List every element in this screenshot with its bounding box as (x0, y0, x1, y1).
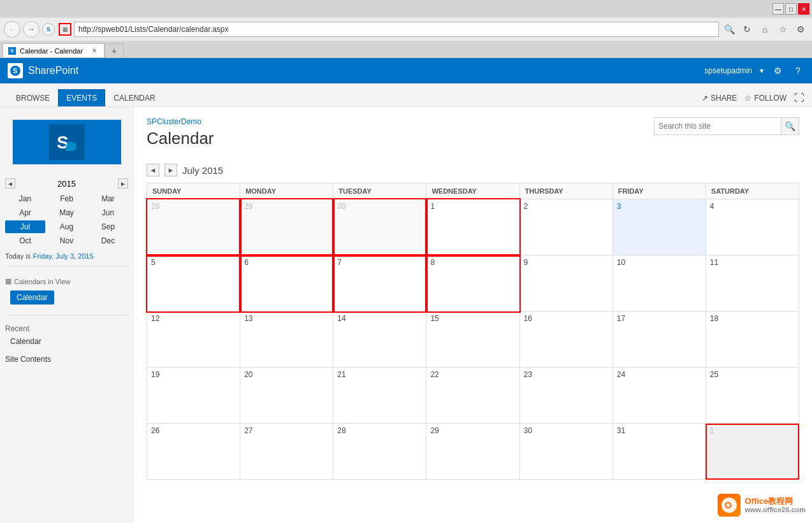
day-jul17[interactable]: 17 (613, 312, 706, 368)
month-mar[interactable]: Mar (88, 192, 128, 205)
day-jul9[interactable]: 9 (519, 255, 613, 312)
day-jul12[interactable]: 12 (147, 312, 240, 368)
mini-cal-next[interactable]: ► (118, 178, 128, 189)
day-jul20[interactable]: 20 (240, 368, 333, 424)
follow-btn[interactable]: ☆ FOLLOW (744, 94, 787, 103)
tab-close-btn[interactable]: ✕ (90, 47, 99, 55)
day-jul18[interactable]: 18 (706, 312, 799, 368)
month-sep[interactable]: Sep (88, 220, 128, 233)
day-num-jul19: 19 (151, 370, 236, 379)
day-num-jul29: 29 (430, 426, 515, 435)
day-jul28[interactable]: 28 (333, 424, 426, 480)
day-num-jul4: 4 (710, 202, 795, 211)
week-row-2: 5 6 7 8 9 10 11 (147, 255, 799, 312)
site-contents-link[interactable]: Site Contents (0, 352, 133, 366)
maximize-btn[interactable]: □ (785, 3, 797, 15)
search-btn[interactable]: 🔍 (781, 117, 799, 135)
calendars-label: Calendars in View (14, 278, 70, 285)
refresh-btn[interactable]: ↻ (739, 22, 755, 37)
day-jul22[interactable]: 22 (426, 368, 519, 424)
month-jan[interactable]: Jan (5, 192, 45, 205)
today-text: Today is Friday, July 3, 2015 (0, 250, 133, 262)
mini-cal-prev[interactable]: ◄ (5, 178, 15, 189)
month-apr[interactable]: Apr (5, 206, 45, 219)
day-jul25[interactable]: 25 (706, 368, 799, 424)
day-jul30[interactable]: 30 (519, 424, 613, 480)
search-browser-btn[interactable]: 🔍 (721, 22, 737, 37)
col-tuesday: TUESDAY (333, 183, 426, 199)
calendar-view-btn[interactable]: Calendar (10, 290, 54, 304)
day-jul11[interactable]: 11 (706, 255, 799, 312)
share-btn[interactable]: ↗ SHARE (702, 94, 737, 103)
day-jul6[interactable]: 6 (240, 255, 333, 312)
favorites-btn[interactable]: ☆ (775, 22, 790, 37)
tab-title: Calendar - Calendar (20, 47, 83, 55)
col-friday: FRIDAY (613, 183, 706, 199)
month-jul[interactable]: Jul (5, 220, 45, 233)
day-jul21[interactable]: 21 (333, 368, 426, 424)
month-aug[interactable]: Aug (47, 220, 87, 233)
day-num-jul21: 21 (337, 370, 422, 379)
day-jul13[interactable]: 13 (240, 312, 333, 368)
tab-browse[interactable]: BROWSE (8, 89, 58, 106)
day-jul31[interactable]: 31 (613, 424, 706, 480)
day-jun28[interactable]: 28 (147, 199, 240, 255)
breadcrumb[interactable]: SPClusterDemo (147, 117, 654, 126)
tab-events[interactable]: EVENTS (58, 89, 105, 106)
user-dropdown-icon[interactable]: ▾ (760, 66, 764, 75)
day-num-jun29: 29 (244, 202, 329, 211)
close-btn[interactable]: ✕ (798, 3, 809, 15)
day-jul14[interactable]: 14 (333, 312, 426, 368)
day-jul29[interactable]: 29 (426, 424, 519, 480)
month-feb[interactable]: Feb (47, 192, 87, 205)
day-jul2[interactable]: 2 (519, 199, 613, 255)
day-jul7[interactable]: 7 (333, 255, 426, 312)
settings-icon[interactable]: ⚙ (771, 64, 784, 77)
day-jul4[interactable]: 4+ Add (706, 199, 799, 255)
cal-next-btn[interactable]: ► (164, 164, 177, 176)
month-oct[interactable]: Oct (5, 234, 45, 247)
month-nov[interactable]: Nov (47, 234, 87, 247)
today-link[interactable]: Friday, July 3, 2015 (33, 252, 93, 260)
search-input[interactable] (654, 117, 781, 135)
browser-tab-active[interactable]: S Calendar - Calendar ✕ (3, 43, 105, 57)
cal-prev-btn[interactable]: ◄ (147, 164, 159, 176)
day-jul8[interactable]: 8 (426, 255, 519, 312)
week-row-4: 19 20 21 22 23 24 25 (147, 368, 799, 424)
day-jul16[interactable]: 16 (519, 312, 613, 368)
day-jul10[interactable]: 10 (613, 255, 706, 312)
day-num-jul7: 7 (337, 258, 422, 267)
month-dec[interactable]: Dec (88, 234, 128, 247)
day-jul5[interactable]: 5 (147, 255, 240, 312)
home-btn[interactable]: ⌂ (757, 22, 772, 37)
calendar-body: 28 29 30 1 2 3 4+ Add 5 6 7 8 9 (147, 199, 799, 480)
new-tab-btn[interactable]: + (105, 43, 124, 57)
forward-btn[interactable]: → (23, 21, 40, 38)
day-jun30[interactable]: 30 (333, 199, 426, 255)
day-jul24[interactable]: 24 (613, 368, 706, 424)
day-jul1[interactable]: 1 (426, 199, 519, 255)
help-icon[interactable]: ? (792, 64, 804, 77)
tools-btn[interactable]: ⚙ (793, 22, 808, 37)
sidebar-divider-2 (5, 315, 128, 315)
address-bar[interactable] (74, 22, 719, 37)
day-jul26[interactable]: 26 (147, 424, 240, 480)
day-jul19[interactable]: 19 (147, 368, 240, 424)
day-num-jul27: 27 (244, 426, 329, 435)
day-jul3[interactable]: 3 (613, 199, 706, 255)
day-jun29[interactable]: 29 (240, 199, 333, 255)
minimize-btn[interactable]: — (772, 3, 784, 15)
day-jul15[interactable]: 15 (426, 312, 519, 368)
day-num-jul25: 25 (710, 370, 795, 379)
back-btn[interactable]: ← (4, 21, 20, 38)
fullscreen-btn[interactable]: ⛶ (794, 92, 804, 104)
day-aug1[interactable]: 1 (706, 424, 799, 480)
day-jul27[interactable]: 27 (240, 424, 333, 480)
month-jun[interactable]: Jun (88, 206, 128, 219)
tab-calendar[interactable]: CALENDAR (105, 89, 163, 106)
day-jul23[interactable]: 23 (519, 368, 613, 424)
calendar-list-icon: ▦ (5, 277, 11, 285)
month-may[interactable]: May (47, 206, 87, 219)
recent-calendar-link[interactable]: Calendar (5, 334, 128, 348)
user-name[interactable]: spsetupadmin (704, 66, 752, 75)
